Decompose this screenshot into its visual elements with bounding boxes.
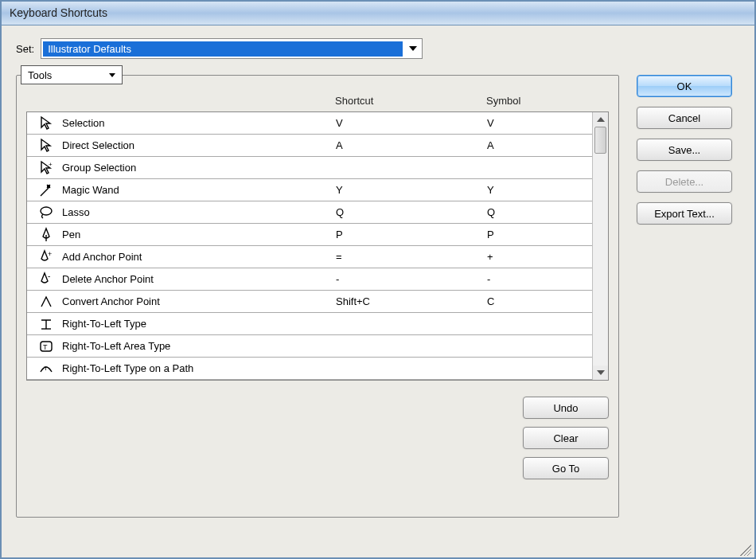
svg-point-1 [41, 207, 52, 215]
table-row[interactable]: TRight-To-Left Type on a Path [27, 358, 592, 380]
caret-down-icon [109, 73, 115, 77]
tool-symbol: + [487, 251, 592, 263]
tool-shortcut: = [336, 251, 487, 263]
direct-icon [30, 138, 62, 154]
tool-name: Right-To-Left Type [62, 318, 336, 330]
tool-symbol: P [487, 229, 592, 240]
table-row[interactable]: -Delete Anchor Point-- [27, 268, 592, 291]
save-button[interactable]: Save... [637, 139, 732, 161]
table-row[interactable]: +Add Anchor Point=+ [27, 246, 592, 268]
shortcut-fieldset: Shortcut Symbol SelectionVVDirect Select… [16, 75, 619, 518]
table-row[interactable]: +Group Selection [27, 157, 592, 179]
table-row[interactable]: SelectionVV [27, 112, 592, 135]
table-row[interactable]: Magic WandYY [27, 179, 592, 201]
column-headers: Shortcut Symbol [26, 95, 609, 111]
tool-shortcut: A [336, 139, 487, 151]
tool-shortcut: Q [336, 206, 487, 218]
tool-symbol: Q [487, 206, 592, 218]
set-row: Set: Illustrator Defaults [16, 38, 740, 59]
tool-shortcut: P [336, 229, 487, 240]
table-body: SelectionVVDirect SelectionAA+Group Sele… [27, 112, 592, 380]
table-row[interactable]: PenPP [27, 224, 592, 246]
svg-text:+: + [48, 250, 52, 258]
resize-grip-icon[interactable] [740, 545, 751, 556]
dialog-body: Set: Illustrator Defaults Tools Shortcut… [2, 25, 754, 557]
tool-shortcut: V [336, 117, 487, 129]
main-row: Tools Shortcut Symbol SelectionVVDirect … [16, 75, 740, 518]
col-header-symbol: Symbol [486, 95, 609, 107]
lasso-icon [30, 205, 62, 221]
pen-plus-icon: + [30, 249, 62, 265]
tool-name: Right-To-Left Type on a Path [62, 362, 336, 374]
svg-text:+: + [49, 161, 53, 168]
table-row[interactable]: LassoQQ [27, 201, 592, 224]
selection-icon [30, 115, 62, 131]
tool-shortcut: Shift+C [336, 295, 487, 307]
svg-text:T: T [43, 343, 48, 351]
set-label: Set: [16, 43, 34, 55]
tool-symbol: - [487, 273, 592, 285]
shortcut-panel: Tools Shortcut Symbol SelectionVVDirect … [16, 75, 619, 518]
svg-text:-: - [48, 272, 50, 280]
tool-shortcut: Y [336, 184, 487, 196]
vertical-scrollbar[interactable] [592, 112, 608, 380]
table-row[interactable]: Convert Anchor PointShift+CC [27, 291, 592, 313]
shortcut-table: SelectionVVDirect SelectionAA+Group Sele… [26, 111, 609, 381]
category-dropdown[interactable]: Tools [21, 65, 123, 84]
scroll-down-icon[interactable] [593, 366, 608, 380]
rtl-area-icon: T [30, 338, 62, 354]
tool-name: Selection [62, 117, 336, 129]
scroll-thumb[interactable] [594, 127, 606, 154]
caret-down-icon [409, 46, 417, 51]
side-buttons: OK Cancel Save... Delete... Export Text.… [637, 75, 740, 225]
window-title: Keyboard Shortcuts [10, 6, 107, 19]
tool-symbol: V [487, 117, 592, 129]
undo-button[interactable]: Undo [523, 397, 609, 419]
table-row[interactable]: Direct SelectionAA [27, 135, 592, 157]
tool-symbol: C [487, 295, 592, 307]
set-selected-value: Illustrator Defaults [43, 41, 403, 57]
tool-name: Convert Anchor Point [62, 295, 336, 307]
pen-minus-icon: - [30, 272, 62, 287]
wand-icon [30, 182, 62, 198]
tool-name: Magic Wand [62, 184, 336, 196]
rtl-type-icon [30, 316, 62, 332]
cancel-button[interactable]: Cancel [637, 107, 732, 129]
export-text-button[interactable]: Export Text... [637, 202, 732, 225]
rtl-path-icon: T [30, 361, 62, 377]
tool-name: Right-To-Left Area Type [62, 340, 336, 352]
col-header-name [26, 95, 335, 107]
tool-symbol: Y [487, 184, 592, 196]
scroll-up-icon[interactable] [593, 112, 608, 127]
set-dropdown[interactable]: Illustrator Defaults [41, 38, 423, 59]
ok-button[interactable]: OK [637, 75, 732, 97]
tool-shortcut: - [336, 273, 487, 285]
inner-buttons: Undo Clear Go To [26, 397, 609, 479]
col-header-shortcut: Shortcut [335, 95, 486, 107]
table-row[interactable]: TRight-To-Left Area Type [27, 335, 592, 358]
delete-button[interactable]: Delete... [637, 170, 732, 193]
pen-icon [30, 227, 62, 243]
tool-name: Lasso [62, 206, 336, 218]
tool-name: Pen [62, 229, 336, 240]
title-bar: Keyboard Shortcuts [2, 2, 754, 25]
table-row[interactable]: Right-To-Left Type [27, 313, 592, 335]
tool-name: Group Selection [62, 162, 336, 174]
group-icon: + [30, 160, 62, 176]
convert-icon [30, 294, 62, 310]
svg-text:T: T [44, 365, 48, 372]
tool-symbol: A [487, 139, 592, 151]
category-selected-value: Tools [28, 69, 52, 81]
goto-button[interactable]: Go To [523, 457, 609, 479]
clear-button[interactable]: Clear [523, 427, 609, 449]
tool-name: Delete Anchor Point [62, 273, 336, 285]
tool-name: Add Anchor Point [62, 251, 336, 263]
tool-name: Direct Selection [62, 139, 336, 151]
